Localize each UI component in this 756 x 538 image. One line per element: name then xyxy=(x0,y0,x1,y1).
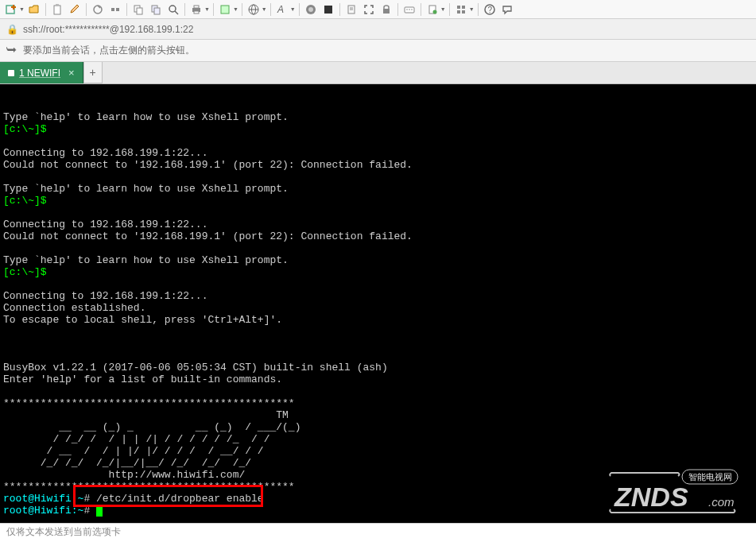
separator xyxy=(184,3,185,16)
help-icon[interactable]: ? xyxy=(482,2,498,17)
tabs-bar: 1 NEWIFI × + xyxy=(0,62,756,84)
print-icon[interactable] xyxy=(188,2,204,17)
encoding-icon[interactable] xyxy=(246,2,262,17)
separator xyxy=(45,3,46,16)
terminal[interactable]: Type `help' to learn how to use Xshell p… xyxy=(0,84,756,523)
open-icon[interactable] xyxy=(26,2,42,17)
svg-text:A: A xyxy=(277,4,284,15)
chevron-down-icon[interactable]: ▼ xyxy=(440,6,446,12)
copy-icon[interactable] xyxy=(130,2,146,17)
svg-rect-15 xyxy=(194,6,199,8)
svg-line-13 xyxy=(175,11,178,14)
terminal-cursor xyxy=(96,505,103,517)
chevron-down-icon[interactable]: ▼ xyxy=(262,6,267,12)
svg-rect-37 xyxy=(457,10,460,14)
separator xyxy=(478,3,479,16)
terminal-line: Type `help' to learn how to use Xshell p… xyxy=(3,111,413,517)
address-text[interactable]: ssh://root:************@192.168.199.1:22 xyxy=(23,24,193,35)
info-text: 要添加当前会话，点击左侧的箭头按钮。 xyxy=(23,44,195,57)
separator xyxy=(242,3,242,16)
chat-icon[interactable] xyxy=(499,2,515,17)
svg-rect-17 xyxy=(221,6,229,14)
separator xyxy=(86,3,87,16)
svg-point-31 xyxy=(409,9,410,10)
chevron-down-icon[interactable]: ▼ xyxy=(204,6,210,12)
font-icon[interactable]: A xyxy=(274,2,290,17)
svg-rect-4 xyxy=(56,4,59,6)
chevron-down-icon[interactable]: ▼ xyxy=(290,6,296,12)
separator xyxy=(213,3,214,16)
address-bar: 🔒 ssh://root:************@192.168.199.1:… xyxy=(0,19,756,40)
edit-icon[interactable] xyxy=(67,2,83,17)
svg-text:?: ? xyxy=(487,6,492,14)
tab-add-button[interactable]: + xyxy=(83,62,103,83)
svg-rect-38 xyxy=(462,10,465,14)
status-text: 仅将文本发送到当前选项卡 xyxy=(6,525,121,538)
svg-rect-3 xyxy=(54,6,60,14)
svg-rect-36 xyxy=(462,6,465,9)
find-icon[interactable] xyxy=(165,2,181,17)
arrange-icon[interactable] xyxy=(453,2,469,17)
svg-point-5 xyxy=(94,6,102,14)
info-bar: ⮩ 要添加当前会话，点击左侧的箭头按钮。 xyxy=(0,40,756,62)
svg-point-30 xyxy=(406,9,408,10)
tab-close-icon[interactable]: × xyxy=(68,67,75,79)
scroll-icon[interactable] xyxy=(343,2,359,17)
separator xyxy=(299,3,300,16)
svg-rect-7 xyxy=(116,8,119,11)
separator xyxy=(421,3,421,16)
main-toolbar: ▼ ▼ ▼ ▼ A ▼ ▼ ▼ ? xyxy=(0,0,756,19)
capture-icon[interactable] xyxy=(217,2,233,17)
new-session-icon[interactable] xyxy=(3,2,19,17)
tab-label: 1 NEWIFI xyxy=(19,68,60,79)
lock-icon[interactable] xyxy=(378,2,394,17)
separator xyxy=(126,3,127,16)
svg-point-12 xyxy=(169,6,176,12)
tab-status-icon xyxy=(8,70,14,76)
log-icon[interactable] xyxy=(425,2,440,17)
svg-rect-16 xyxy=(194,11,199,14)
keymap-icon[interactable] xyxy=(401,2,417,17)
svg-rect-6 xyxy=(111,8,114,11)
chevron-down-icon[interactable]: ▼ xyxy=(233,6,238,12)
lock-icon: 🔒 xyxy=(6,24,18,35)
svg-rect-28 xyxy=(383,9,390,14)
svg-point-32 xyxy=(411,9,413,10)
svg-rect-9 xyxy=(137,8,142,14)
add-session-arrow-icon[interactable]: ⮩ xyxy=(6,45,17,56)
svg-point-23 xyxy=(308,7,313,12)
disconnect-icon[interactable] xyxy=(107,2,123,17)
separator xyxy=(339,3,340,16)
status-bar: 仅将文本发送到当前选项卡 xyxy=(0,523,756,538)
svg-rect-11 xyxy=(154,8,160,14)
theme-icon[interactable] xyxy=(320,2,336,17)
copy2-icon[interactable] xyxy=(148,2,164,17)
color-icon[interactable] xyxy=(303,2,319,17)
separator xyxy=(270,3,271,16)
svg-rect-24 xyxy=(324,6,332,14)
separator xyxy=(397,3,398,16)
fullscreen-icon[interactable] xyxy=(361,2,377,17)
chevron-down-icon[interactable]: ▼ xyxy=(19,6,25,12)
separator xyxy=(449,3,450,16)
chevron-down-icon[interactable]: ▼ xyxy=(469,6,475,12)
reconnect-icon[interactable] xyxy=(90,2,106,17)
paste-icon[interactable] xyxy=(49,2,65,17)
tab-newifi[interactable]: 1 NEWIFI × xyxy=(0,62,83,83)
svg-point-34 xyxy=(432,10,436,14)
svg-rect-35 xyxy=(457,6,460,9)
